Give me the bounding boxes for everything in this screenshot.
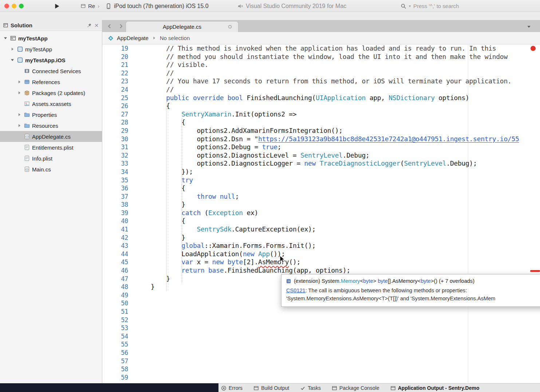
line-number[interactable]: 29 bbox=[102, 127, 128, 135]
line-number[interactable]: 40 bbox=[102, 217, 128, 225]
code-line-53[interactable]: 53 bbox=[102, 324, 540, 332]
line-number[interactable]: 43 bbox=[102, 242, 128, 250]
tree-item-mytestapp[interactable]: myTestApp bbox=[0, 44, 102, 55]
tree-item-packages-2-updates[interactable]: Packages (2 updates) bbox=[0, 87, 102, 98]
tab-appdelegate[interactable]: AppDelegate.cs bbox=[126, 21, 239, 32]
code-line-39[interactable]: 39 catch (Exception ex) bbox=[102, 209, 540, 217]
code-line-51[interactable]: 51 bbox=[102, 308, 540, 316]
sentry-dsn-link[interactable]: https://5a193123a9b841bc8d8e42531e7242a1… bbox=[258, 135, 519, 143]
line-number[interactable]: 46 bbox=[102, 266, 128, 275]
code-line-38[interactable]: 38 } bbox=[102, 201, 540, 209]
tree-item-connected-services[interactable]: Connected Services bbox=[0, 66, 102, 76]
line-number[interactable]: 53 bbox=[102, 324, 128, 332]
tree-item-info-plist[interactable]: Info.plist bbox=[0, 153, 102, 164]
line-number[interactable]: 56 bbox=[102, 349, 128, 357]
error-code-link[interactable]: CS0121 bbox=[286, 288, 306, 293]
code-line-30[interactable]: 30 options2.Dsn = "https://5a193123a9b84… bbox=[102, 135, 540, 143]
expand-icon[interactable] bbox=[17, 79, 22, 84]
code-line-25[interactable]: 25 public override bool FinishedLaunchin… bbox=[102, 94, 540, 102]
line-number[interactable]: 33 bbox=[102, 159, 128, 168]
expand-icon[interactable] bbox=[17, 112, 22, 117]
code-line-36[interactable]: 36 { bbox=[102, 184, 540, 193]
code-line-20[interactable]: 20 // method you should instantiate the … bbox=[102, 53, 540, 61]
line-number[interactable]: 35 bbox=[102, 176, 128, 185]
line-number[interactable]: 51 bbox=[102, 308, 128, 316]
line-number[interactable]: 47 bbox=[102, 275, 128, 283]
expand-icon[interactable] bbox=[10, 47, 15, 52]
code-line-57[interactable]: 57 bbox=[102, 357, 540, 365]
close-window-button[interactable] bbox=[4, 4, 9, 8]
line-number[interactable]: 27 bbox=[102, 110, 128, 119]
run-button[interactable] bbox=[54, 0, 60, 12]
line-number[interactable]: 50 bbox=[102, 299, 128, 308]
line-number[interactable]: 36 bbox=[102, 184, 128, 193]
line-number[interactable]: 26 bbox=[102, 102, 128, 110]
code-line-26[interactable]: 26 { bbox=[102, 102, 540, 110]
code-line-41[interactable]: 41 SentrySdk.CaptureException(ex); bbox=[102, 225, 540, 234]
line-number[interactable]: 48 bbox=[102, 283, 128, 291]
code-line-55[interactable]: 55 bbox=[102, 340, 540, 349]
line-number[interactable]: 32 bbox=[102, 151, 128, 160]
pad-application-output-sentry-demo[interactable]: Application Output - Sentry.Demo bbox=[390, 385, 480, 391]
tree-item-main-cs[interactable]: {}Main.cs bbox=[0, 164, 102, 175]
build-config-selector[interactable]: Re › bbox=[81, 0, 99, 12]
pin-pad-icon[interactable] bbox=[87, 23, 92, 28]
tree-item-assets-xcassets[interactable]: Assets.xcassets bbox=[0, 98, 102, 109]
tree-item-mytestapp[interactable]: myTestApp bbox=[0, 33, 102, 44]
line-number[interactable]: 23 bbox=[102, 77, 128, 86]
pad-package-console[interactable]: Package Console bbox=[332, 385, 379, 391]
code-line-32[interactable]: 32 options2.DiagnosticLevel = SentryLeve… bbox=[102, 151, 540, 160]
line-number[interactable]: 28 bbox=[102, 118, 128, 127]
tab-list-caret-icon[interactable] bbox=[527, 24, 531, 29]
line-number[interactable]: 20 bbox=[102, 53, 128, 61]
code-line-46[interactable]: 46 return base.FinishedLaunching(app, op… bbox=[102, 266, 540, 275]
line-number[interactable]: 57 bbox=[102, 357, 128, 365]
line-number[interactable]: 44 bbox=[102, 250, 128, 258]
breadcrumb-type[interactable]: AppDelegate bbox=[117, 35, 149, 41]
tree-item-appdelegate-cs[interactable]: {}AppDelegate.cs bbox=[0, 131, 102, 142]
line-number[interactable]: 59 bbox=[102, 373, 128, 382]
code-line-22[interactable]: 22 // bbox=[102, 69, 540, 78]
line-number[interactable]: 34 bbox=[102, 168, 128, 176]
code-line-23[interactable]: 23 // You have 17 seconds to return from… bbox=[102, 77, 540, 86]
collapse-icon[interactable] bbox=[3, 36, 8, 41]
tree-item-resources[interactable]: Resources bbox=[0, 120, 102, 131]
search-field[interactable]: ▾ Press '^,' to search bbox=[401, 0, 459, 12]
line-number[interactable]: 19 bbox=[102, 44, 128, 53]
code-line-31[interactable]: 31 options2.Debug = true; bbox=[102, 143, 540, 151]
breadcrumb-member[interactable]: No selection bbox=[160, 35, 190, 41]
line-number[interactable]: 45 bbox=[102, 258, 128, 266]
close-pad-icon[interactable]: ✕ bbox=[94, 23, 99, 28]
tree-item-properties[interactable]: Properties bbox=[0, 109, 102, 120]
line-number[interactable]: 39 bbox=[102, 209, 128, 217]
navigate-back-icon[interactable] bbox=[107, 23, 113, 29]
line-number[interactable]: 22 bbox=[102, 69, 128, 78]
code-editor[interactable]: 19 // This method is invoked when the ap… bbox=[102, 44, 540, 383]
device-selector[interactable]: iPod touch (7th generation) iOS 15.0 bbox=[106, 0, 209, 12]
code-line-40[interactable]: 40 { bbox=[102, 217, 540, 225]
expand-icon[interactable] bbox=[17, 123, 22, 128]
line-number[interactable]: 54 bbox=[102, 332, 128, 341]
tree-item-entitlements-plist[interactable]: Entitlements.plist bbox=[0, 142, 102, 153]
code-line-52[interactable]: 52 bbox=[102, 316, 540, 324]
code-line-33[interactable]: 33 options2.DiagnosticLogger = new Trace… bbox=[102, 159, 540, 168]
line-number[interactable]: 42 bbox=[102, 234, 128, 242]
line-number[interactable]: 30 bbox=[102, 135, 128, 143]
code-line-35[interactable]: 35 try bbox=[102, 176, 540, 185]
pad-build-output[interactable]: Build Output bbox=[253, 385, 289, 391]
code-line-59[interactable]: 59 bbox=[102, 373, 540, 382]
line-number[interactable]: 21 bbox=[102, 61, 128, 69]
line-number[interactable]: 31 bbox=[102, 143, 128, 151]
line-number[interactable]: 24 bbox=[102, 86, 128, 94]
code-line-37[interactable]: 37 throw null; bbox=[102, 193, 540, 201]
minimize-window-button[interactable] bbox=[12, 4, 16, 8]
tree-item-mytestapp-ios[interactable]: myTestApp.iOS bbox=[0, 55, 102, 66]
zoom-window-button[interactable] bbox=[19, 4, 24, 8]
code-line-43[interactable]: 43 global::Xamarin.Forms.Forms.Init(); bbox=[102, 242, 540, 250]
code-line-27[interactable]: 27 SentryXamarin.Init(options2 => bbox=[102, 110, 540, 119]
code-line-58[interactable]: 58 bbox=[102, 365, 540, 373]
code-line-21[interactable]: 21 // visible. bbox=[102, 61, 540, 69]
code-line-44[interactable]: 44 LoadApplication(new App()); bbox=[102, 250, 540, 258]
line-number[interactable]: 58 bbox=[102, 365, 128, 373]
line-number[interactable]: 52 bbox=[102, 316, 128, 324]
